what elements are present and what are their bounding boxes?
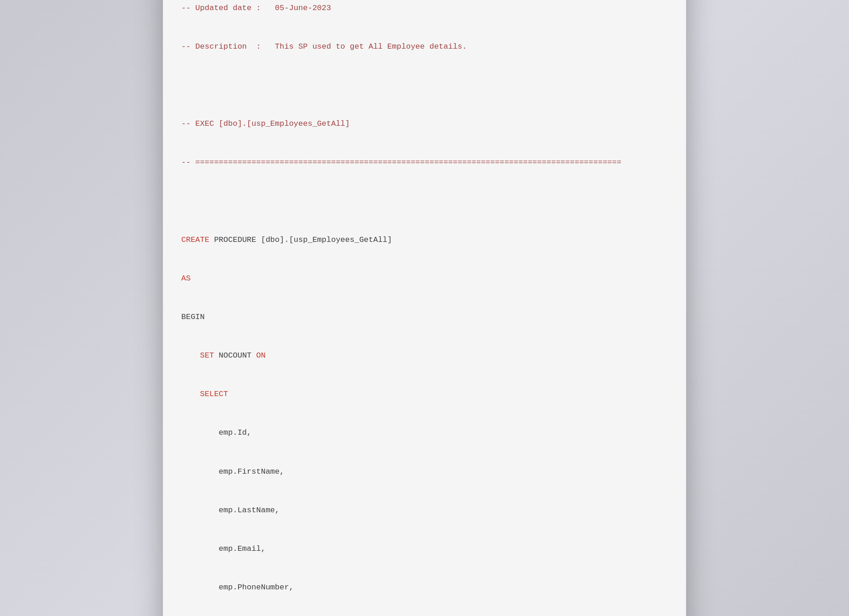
code-content: USE [CrudDb] GO -- =====================… <box>181 0 668 616</box>
keyword-set: SET <box>200 351 214 360</box>
code-line-13: AS <box>181 272 668 285</box>
code-line-14: BEGIN <box>181 311 668 324</box>
keyword-create: CREATE <box>181 235 209 244</box>
code-line-9: -- EXEC [dbo].[usp_Employees_GetAll] <box>181 118 668 130</box>
code-line-8 <box>181 79 668 92</box>
code-line-21: emp.PhoneNumber, <box>181 581 668 594</box>
procedure-name: PROCEDURE [dbo].[usp_Employees_GetAll] <box>209 235 392 244</box>
code-area: USE [CrudDb] GO -- =====================… <box>163 0 686 616</box>
code-window: USE [CrudDb] GO -- =====================… <box>163 0 686 616</box>
code-line-17: emp.Id, <box>181 426 668 439</box>
nocount-text: NOCOUNT <box>214 351 256 360</box>
code-line-19: emp.LastName, <box>181 504 668 517</box>
code-line-6: -- Updated date : 05-June-2023 <box>181 2 668 15</box>
keyword-on: ON <box>256 351 265 360</box>
code-line-18: emp.FirstName, <box>181 465 668 478</box>
keyword-select: SELECT <box>200 390 228 398</box>
code-line-16: SELECT <box>181 388 668 401</box>
code-line-12: CREATE PROCEDURE [dbo].[usp_Employees_Ge… <box>181 234 668 246</box>
code-line-15: SET NOCOUNT ON <box>181 349 668 362</box>
code-line-10: -- =====================================… <box>181 156 668 169</box>
code-line-7: -- Description : This SP used to get All… <box>181 40 668 53</box>
code-line-20: emp.Email, <box>181 543 668 555</box>
code-line-11 <box>181 195 668 208</box>
